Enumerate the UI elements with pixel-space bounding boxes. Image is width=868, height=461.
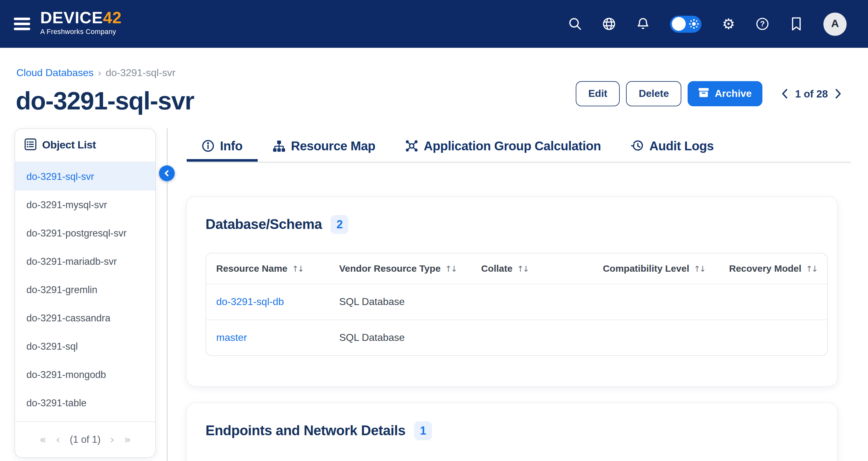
object-list-item[interactable]: do-3291-mariadb-svr: [15, 247, 155, 276]
object-list-header: Object List: [15, 129, 155, 162]
sort-icon[interactable]: ↑↓: [445, 264, 456, 274]
sitemap-icon: [273, 140, 285, 152]
section-title: Endpoints and Network Details: [206, 423, 405, 439]
device42-logo: DEVICE42 A Freshworks Company: [40, 8, 122, 35]
resource-link[interactable]: master: [216, 332, 247, 343]
audit-history-icon: [631, 140, 644, 152]
tabs-underline: [187, 162, 851, 163]
previous-record-icon[interactable]: [781, 88, 788, 99]
column-header-resource-name[interactable]: Resource Name↑↓: [206, 254, 329, 284]
info-icon: [202, 140, 214, 152]
page-title: do-3291-sql-svr: [16, 86, 194, 116]
database-schema-section: Database/Schema 2 Resource Name↑↓ Vendor…: [187, 197, 837, 386]
column-header-collate[interactable]: Collate↑↓: [471, 254, 593, 284]
object-list-item[interactable]: do-3291-mysql-svr: [15, 191, 155, 219]
cell-recovery-model: [719, 319, 827, 355]
svg-text:?: ?: [760, 20, 765, 28]
record-pager-label: 1 of 28: [795, 88, 828, 100]
collapse-sidebar-button[interactable]: [159, 165, 175, 181]
table-row: master SQL Database: [206, 319, 827, 355]
help-icon[interactable]: ?: [755, 17, 769, 31]
tab-resource-map[interactable]: Resource Map: [258, 133, 391, 162]
breadcrumb-current: do-3291-sql-svr: [105, 67, 175, 79]
page: DEVICE42 A Freshworks Company: [0, 0, 868, 461]
cell-compatibility-level: [593, 319, 719, 355]
count-badge: 2: [331, 215, 348, 234]
top-navigation-bar: DEVICE42 A Freshworks Company: [0, 0, 868, 48]
archive-box-icon: [699, 87, 709, 100]
object-list-page-label: (1 of 1): [70, 434, 100, 445]
topbar-icon-group: ⚙ ? A: [568, 0, 847, 48]
logo-tagline: A Freshworks Company: [40, 28, 122, 35]
endpoints-network-details-section: Endpoints and Network Details 1: [187, 403, 837, 461]
object-list-pagination: « ‹ (1 of 1) › »: [15, 422, 155, 457]
theme-toggle[interactable]: [670, 16, 702, 32]
object-list-item[interactable]: do-3291-postgresql-svr: [15, 219, 155, 247]
delete-button[interactable]: Delete: [626, 81, 681, 106]
edit-button[interactable]: Edit: [576, 81, 620, 106]
sort-icon[interactable]: ↑↓: [693, 264, 705, 274]
table-header-row: Resource Name↑↓ Vendor Resource Type↑↓ C…: [206, 254, 827, 284]
breadcrumb-separator: ›: [98, 67, 101, 79]
tab-bar: Info Resource Map: [187, 133, 729, 162]
tab-audit-logs[interactable]: Audit Logs: [616, 133, 729, 162]
application-group-icon: [405, 140, 418, 152]
notification-bell-icon[interactable]: [636, 17, 650, 31]
sort-icon[interactable]: ↑↓: [806, 264, 817, 274]
record-pager: 1 of 28: [781, 88, 842, 100]
cell-collate: [471, 319, 593, 355]
tab-info[interactable]: Info: [187, 133, 258, 162]
previous-page-icon[interactable]: ‹: [56, 434, 60, 445]
sort-icon[interactable]: ↑↓: [292, 264, 303, 274]
archive-button[interactable]: Archive: [688, 81, 763, 106]
sun-icon: [689, 19, 699, 31]
logo-brand-text: DEVICE: [40, 8, 103, 27]
cell-compatibility-level: [593, 284, 719, 319]
avatar-initial: A: [831, 18, 839, 30]
cell-vendor-resource-type: SQL Database: [329, 319, 471, 355]
object-list-item[interactable]: do-3291-sql-svr: [15, 162, 155, 191]
page-actions: Edit Delete Archive 1 of 28: [576, 81, 842, 106]
object-list-item[interactable]: do-3291-cassandra: [15, 304, 155, 332]
object-list-icon: [25, 138, 36, 152]
cell-collate: [471, 284, 593, 319]
user-avatar[interactable]: A: [824, 12, 847, 35]
column-header-compatibility-level[interactable]: Compatibility Level↑↓: [593, 254, 719, 284]
object-list-item[interactable]: do-3291-table: [15, 389, 155, 417]
first-page-icon[interactable]: «: [39, 434, 46, 445]
table-row: do-3291-sql-db SQL Database: [206, 284, 827, 319]
count-badge: 1: [414, 422, 432, 440]
globe-language-icon[interactable]: [602, 17, 616, 31]
last-page-icon[interactable]: »: [124, 434, 131, 445]
bookmark-icon[interactable]: [789, 17, 803, 31]
breadcrumb: Cloud Databases › do-3291-sql-svr: [16, 67, 175, 79]
cell-recovery-model: [719, 284, 827, 319]
cell-vendor-resource-type: SQL Database: [329, 284, 471, 319]
theme-toggle-knob: [672, 17, 686, 31]
object-list-item[interactable]: do-3291-gremlin: [15, 276, 155, 304]
resource-link[interactable]: do-3291-sql-db: [216, 296, 284, 307]
sort-icon[interactable]: ↑↓: [517, 264, 528, 274]
object-list-panel: Object List do-3291-sql-svr do-3291-mysq…: [14, 128, 156, 458]
next-record-icon[interactable]: [835, 88, 842, 99]
column-header-vendor-resource-type[interactable]: Vendor Resource Type↑↓: [329, 254, 471, 284]
object-list-title: Object List: [42, 139, 96, 151]
breadcrumb-parent-link[interactable]: Cloud Databases: [16, 67, 94, 79]
next-page-icon[interactable]: ›: [110, 434, 114, 445]
column-header-recovery-model[interactable]: Recovery Model↑↓: [719, 254, 827, 284]
object-list-item[interactable]: do-3291-mongodb: [15, 361, 155, 389]
logo-brand-accent: 42: [103, 8, 122, 27]
section-title: Database/Schema: [206, 217, 322, 233]
hamburger-menu-icon[interactable]: [14, 16, 31, 32]
archive-button-label: Archive: [715, 88, 752, 99]
database-schema-table: Resource Name↑↓ Vendor Resource Type↑↓ C…: [206, 253, 828, 356]
settings-gear-icon[interactable]: ⚙: [721, 17, 735, 31]
object-list-item[interactable]: do-3291-sql: [15, 332, 155, 361]
search-icon[interactable]: [568, 17, 582, 31]
tab-application-group-calculation[interactable]: Application Group Calculation: [390, 133, 616, 162]
